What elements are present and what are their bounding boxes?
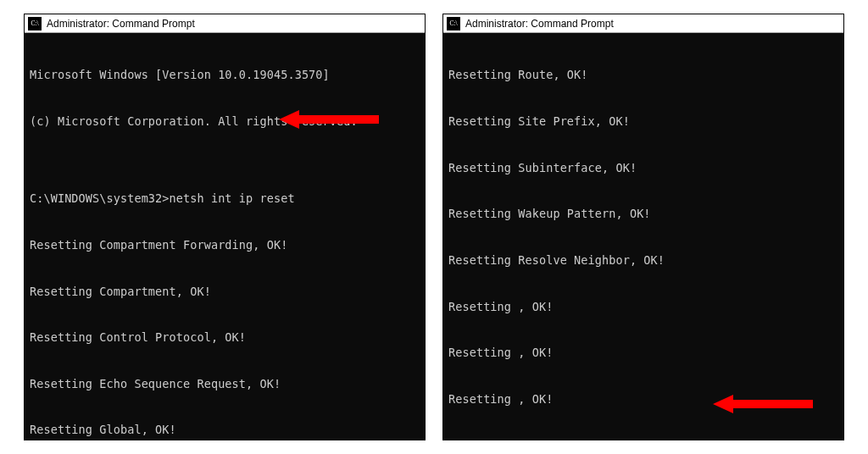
titlebar-right: C:\ Administrator: Command Prompt xyxy=(443,14,843,33)
left-cmd-window[interactable]: C:\ Administrator: Command Prompt Micros… xyxy=(24,14,426,440)
term-line: Resetting Compartment, OK! xyxy=(30,284,420,299)
term-line: Resetting Route, OK! xyxy=(448,67,838,82)
term-line: (c) Microsoft Corporation. All rights re… xyxy=(30,114,420,129)
terminal-right[interactable]: Resetting Route, OK! Resetting Site Pref… xyxy=(443,33,843,440)
terminal-left[interactable]: Microsoft Windows [Version 10.0.19045.35… xyxy=(25,33,425,440)
term-line: Resetting Site Prefix, OK! xyxy=(448,114,838,129)
term-line: Resetting Compartment Forwarding, OK! xyxy=(30,237,420,252)
term-line: Resetting Control Protocol, OK! xyxy=(30,329,420,345)
term-line: Resetting Resolve Neighbor, OK! xyxy=(448,252,838,268)
term-line: Resetting , OK! xyxy=(448,345,838,360)
svg-text:C:\: C:\ xyxy=(450,19,459,27)
term-line: Resetting , OK! xyxy=(448,299,838,314)
cmd-prompt-icon: C:\ xyxy=(447,17,460,30)
window-title-right: Administrator: Command Prompt xyxy=(465,18,614,30)
term-line: Resetting , OK! xyxy=(448,438,838,440)
window-title-left: Administrator: Command Prompt xyxy=(47,18,195,30)
term-line: Resetting Global, OK! xyxy=(30,422,420,437)
right-cmd-window[interactable]: C:\ Administrator: Command Prompt Resett… xyxy=(442,14,844,440)
term-line: Resetting Echo Sequence Request, OK! xyxy=(30,376,420,391)
svg-text:C:\: C:\ xyxy=(31,19,40,27)
term-line: Resetting Wakeup Pattern, OK! xyxy=(448,206,838,221)
term-line: C:\WINDOWS\system32>netsh int ip reset xyxy=(30,191,420,206)
cmd-prompt-icon: C:\ xyxy=(28,17,42,30)
term-line: Resetting Subinterface, OK! xyxy=(448,160,838,175)
term-line: Microsoft Windows [Version 10.0.19045.35… xyxy=(30,67,420,82)
titlebar-left: C:\ Administrator: Command Prompt xyxy=(25,14,425,33)
term-line: Resetting , OK! xyxy=(448,391,838,407)
